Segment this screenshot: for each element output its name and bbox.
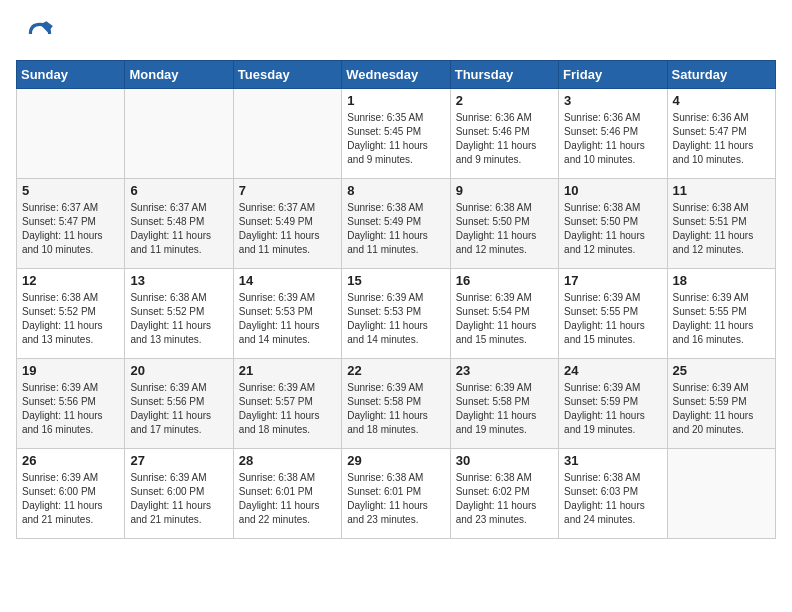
weekday-header-cell: Thursday [450,61,558,89]
day-info: Sunrise: 6:39 AM Sunset: 5:59 PM Dayligh… [673,381,770,437]
day-number: 13 [130,273,227,288]
day-info: Sunrise: 6:38 AM Sunset: 6:01 PM Dayligh… [239,471,336,527]
day-number: 9 [456,183,553,198]
day-info: Sunrise: 6:39 AM Sunset: 6:00 PM Dayligh… [130,471,227,527]
logo [24,18,62,50]
day-number: 27 [130,453,227,468]
calendar-day-cell: 14Sunrise: 6:39 AM Sunset: 5:53 PM Dayli… [233,269,341,359]
calendar-day-cell: 25Sunrise: 6:39 AM Sunset: 5:59 PM Dayli… [667,359,775,449]
day-number: 23 [456,363,553,378]
day-info: Sunrise: 6:39 AM Sunset: 6:00 PM Dayligh… [22,471,119,527]
day-number: 16 [456,273,553,288]
calendar-day-cell: 21Sunrise: 6:39 AM Sunset: 5:57 PM Dayli… [233,359,341,449]
calendar-day-cell: 23Sunrise: 6:39 AM Sunset: 5:58 PM Dayli… [450,359,558,449]
day-number: 7 [239,183,336,198]
calendar-day-cell: 22Sunrise: 6:39 AM Sunset: 5:58 PM Dayli… [342,359,450,449]
calendar-day-cell: 5Sunrise: 6:37 AM Sunset: 5:47 PM Daylig… [17,179,125,269]
calendar-day-cell: 12Sunrise: 6:38 AM Sunset: 5:52 PM Dayli… [17,269,125,359]
day-number: 2 [456,93,553,108]
day-info: Sunrise: 6:39 AM Sunset: 5:58 PM Dayligh… [347,381,444,437]
calendar-day-cell: 9Sunrise: 6:38 AM Sunset: 5:50 PM Daylig… [450,179,558,269]
day-info: Sunrise: 6:35 AM Sunset: 5:45 PM Dayligh… [347,111,444,167]
calendar-day-cell: 19Sunrise: 6:39 AM Sunset: 5:56 PM Dayli… [17,359,125,449]
calendar-day-cell: 2Sunrise: 6:36 AM Sunset: 5:46 PM Daylig… [450,89,558,179]
calendar-day-cell: 27Sunrise: 6:39 AM Sunset: 6:00 PM Dayli… [125,449,233,539]
day-number: 28 [239,453,336,468]
day-info: Sunrise: 6:38 AM Sunset: 6:03 PM Dayligh… [564,471,661,527]
day-number: 25 [673,363,770,378]
weekday-header-cell: Tuesday [233,61,341,89]
calendar-day-cell: 20Sunrise: 6:39 AM Sunset: 5:56 PM Dayli… [125,359,233,449]
calendar-day-cell: 24Sunrise: 6:39 AM Sunset: 5:59 PM Dayli… [559,359,667,449]
day-info: Sunrise: 6:38 AM Sunset: 6:01 PM Dayligh… [347,471,444,527]
day-number: 10 [564,183,661,198]
calendar-week-row: 26Sunrise: 6:39 AM Sunset: 6:00 PM Dayli… [17,449,776,539]
calendar-day-cell [17,89,125,179]
day-info: Sunrise: 6:38 AM Sunset: 5:50 PM Dayligh… [564,201,661,257]
day-info: Sunrise: 6:39 AM Sunset: 5:53 PM Dayligh… [347,291,444,347]
day-info: Sunrise: 6:36 AM Sunset: 5:46 PM Dayligh… [456,111,553,167]
day-info: Sunrise: 6:36 AM Sunset: 5:46 PM Dayligh… [564,111,661,167]
day-number: 24 [564,363,661,378]
calendar-day-cell: 30Sunrise: 6:38 AM Sunset: 6:02 PM Dayli… [450,449,558,539]
day-number: 30 [456,453,553,468]
logo-icon [24,18,56,50]
calendar-day-cell: 17Sunrise: 6:39 AM Sunset: 5:55 PM Dayli… [559,269,667,359]
calendar-day-cell: 8Sunrise: 6:38 AM Sunset: 5:49 PM Daylig… [342,179,450,269]
calendar-day-cell: 15Sunrise: 6:39 AM Sunset: 5:53 PM Dayli… [342,269,450,359]
weekday-header-cell: Friday [559,61,667,89]
calendar-week-row: 1Sunrise: 6:35 AM Sunset: 5:45 PM Daylig… [17,89,776,179]
calendar-day-cell: 11Sunrise: 6:38 AM Sunset: 5:51 PM Dayli… [667,179,775,269]
day-info: Sunrise: 6:38 AM Sunset: 5:50 PM Dayligh… [456,201,553,257]
day-info: Sunrise: 6:38 AM Sunset: 5:51 PM Dayligh… [673,201,770,257]
day-info: Sunrise: 6:37 AM Sunset: 5:49 PM Dayligh… [239,201,336,257]
calendar-table: SundayMondayTuesdayWednesdayThursdayFrid… [16,60,776,539]
day-info: Sunrise: 6:39 AM Sunset: 5:56 PM Dayligh… [22,381,119,437]
day-number: 19 [22,363,119,378]
calendar-container: SundayMondayTuesdayWednesdayThursdayFrid… [0,60,792,551]
calendar-day-cell: 18Sunrise: 6:39 AM Sunset: 5:55 PM Dayli… [667,269,775,359]
day-info: Sunrise: 6:38 AM Sunset: 6:02 PM Dayligh… [456,471,553,527]
day-info: Sunrise: 6:39 AM Sunset: 5:55 PM Dayligh… [564,291,661,347]
calendar-day-cell: 31Sunrise: 6:38 AM Sunset: 6:03 PM Dayli… [559,449,667,539]
day-number: 21 [239,363,336,378]
day-number: 29 [347,453,444,468]
day-info: Sunrise: 6:38 AM Sunset: 5:52 PM Dayligh… [130,291,227,347]
day-number: 14 [239,273,336,288]
weekday-header-cell: Saturday [667,61,775,89]
calendar-day-cell: 13Sunrise: 6:38 AM Sunset: 5:52 PM Dayli… [125,269,233,359]
weekday-header-cell: Monday [125,61,233,89]
day-number: 17 [564,273,661,288]
day-number: 1 [347,93,444,108]
day-info: Sunrise: 6:39 AM Sunset: 5:53 PM Dayligh… [239,291,336,347]
day-info: Sunrise: 6:39 AM Sunset: 5:59 PM Dayligh… [564,381,661,437]
calendar-day-cell: 7Sunrise: 6:37 AM Sunset: 5:49 PM Daylig… [233,179,341,269]
day-info: Sunrise: 6:38 AM Sunset: 5:52 PM Dayligh… [22,291,119,347]
calendar-day-cell [667,449,775,539]
calendar-day-cell: 26Sunrise: 6:39 AM Sunset: 6:00 PM Dayli… [17,449,125,539]
day-info: Sunrise: 6:39 AM Sunset: 5:54 PM Dayligh… [456,291,553,347]
day-number: 3 [564,93,661,108]
weekday-header-row: SundayMondayTuesdayWednesdayThursdayFrid… [17,61,776,89]
day-info: Sunrise: 6:39 AM Sunset: 5:55 PM Dayligh… [673,291,770,347]
calendar-day-cell: 28Sunrise: 6:38 AM Sunset: 6:01 PM Dayli… [233,449,341,539]
day-info: Sunrise: 6:39 AM Sunset: 5:58 PM Dayligh… [456,381,553,437]
calendar-day-cell: 6Sunrise: 6:37 AM Sunset: 5:48 PM Daylig… [125,179,233,269]
calendar-day-cell: 10Sunrise: 6:38 AM Sunset: 5:50 PM Dayli… [559,179,667,269]
day-info: Sunrise: 6:36 AM Sunset: 5:47 PM Dayligh… [673,111,770,167]
weekday-header-cell: Sunday [17,61,125,89]
day-number: 6 [130,183,227,198]
day-number: 31 [564,453,661,468]
calendar-day-cell [233,89,341,179]
day-number: 26 [22,453,119,468]
calendar-week-row: 5Sunrise: 6:37 AM Sunset: 5:47 PM Daylig… [17,179,776,269]
calendar-body: 1Sunrise: 6:35 AM Sunset: 5:45 PM Daylig… [17,89,776,539]
day-number: 20 [130,363,227,378]
calendar-day-cell: 16Sunrise: 6:39 AM Sunset: 5:54 PM Dayli… [450,269,558,359]
day-info: Sunrise: 6:39 AM Sunset: 5:56 PM Dayligh… [130,381,227,437]
day-number: 11 [673,183,770,198]
day-number: 5 [22,183,119,198]
calendar-week-row: 19Sunrise: 6:39 AM Sunset: 5:56 PM Dayli… [17,359,776,449]
calendar-day-cell [125,89,233,179]
day-info: Sunrise: 6:37 AM Sunset: 5:48 PM Dayligh… [130,201,227,257]
